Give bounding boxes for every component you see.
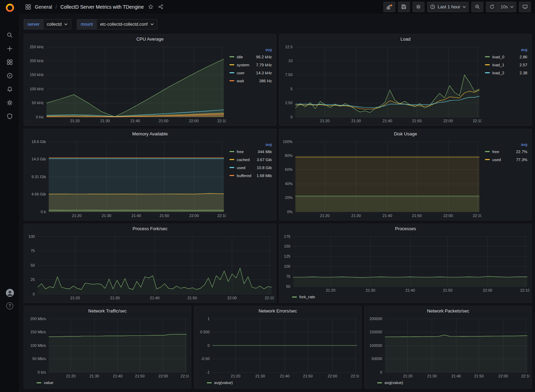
panel-title[interactable]: CPU Average (24, 34, 276, 43)
panel-title[interactable]: Network Traffic/sec (24, 306, 191, 315)
alerting-bell-icon[interactable] (3, 86, 16, 92)
legend-item[interactable]: free344 Mib (229, 148, 272, 156)
legend-item[interactable]: idle96.2 kHz (229, 53, 272, 61)
series-name: idle (237, 55, 254, 59)
top-navbar: General / CollectD Server Metrics with T… (19, 0, 535, 14)
svg-text:80%: 80% (285, 153, 293, 158)
series-color-dash (485, 72, 490, 73)
user-avatar[interactable] (6, 289, 14, 297)
help-glyph: ? (9, 303, 11, 308)
create-plus-icon[interactable] (3, 45, 16, 52)
svg-text:150 Mb/s: 150 Mb/s (30, 330, 46, 334)
panel-cpu-average: CPU Average 0 Hz50 kHz100 kHz150 kHz200 … (24, 34, 276, 126)
series-name: cached (237, 158, 254, 162)
svg-text:-0.50: -0.50 (201, 357, 210, 361)
explore-compass-icon[interactable] (3, 73, 16, 79)
legend-item[interactable]: load_12.57 (485, 61, 527, 69)
legend-item[interactable]: used10.8 Gib (229, 164, 272, 172)
help-icon[interactable]: ? (6, 302, 13, 309)
legend-item[interactable]: load_22.38 (485, 69, 527, 77)
network-traffic-chart[interactable]: 0 b/s50 Mb/s100 Mb/s150 Mb/s200 Mb/s21:2… (27, 315, 189, 379)
grafana-logo[interactable] (0, 0, 19, 15)
svg-text:21:40: 21:40 (405, 288, 415, 292)
series-avg-value: 22.7% (516, 150, 527, 154)
legend-item[interactable]: avg(value) (377, 379, 403, 386)
network-packets-chart[interactable]: 05000010000015000020000021:2021:3021:402… (367, 315, 529, 379)
dashboards-grid-icon[interactable] (3, 59, 16, 65)
variable-server-value[interactable]: collectd (43, 19, 71, 30)
legend-item[interactable]: free22.7% (485, 148, 527, 156)
series-name: load_2 (492, 71, 517, 75)
series-avg-value: 77.3% (516, 158, 527, 162)
refresh-button[interactable] (486, 2, 498, 12)
legend-item[interactable]: system7.79 kHz (229, 61, 272, 69)
series-avg-value: 7.79 kHz (256, 63, 272, 67)
memory-available-chart[interactable]: 0 b4.66 Gib9.31 Gib14.0 Gib18.6 Gib21:20… (27, 138, 226, 219)
svg-text:50 Mb/s: 50 Mb/s (32, 357, 46, 361)
legend-item[interactable]: buffered1.68 Mib (229, 172, 272, 180)
panel-disk-usage: Disk Usage 0%20%40%60%80%100%21:2021:302… (279, 129, 532, 220)
legend-item[interactable]: used77.3% (485, 156, 527, 164)
panel-network-traffic: Network Traffic/sec 0 b/s50 Mb/s100 Mb/s… (24, 306, 191, 389)
time-range-picker[interactable]: Last 1 hour (427, 2, 469, 12)
server-admin-shield-icon[interactable] (3, 113, 16, 119)
network-errors-chart[interactable]: -1-0.5000.500121:2021:3021:4021:5022:002… (197, 315, 359, 379)
zoom-out-button[interactable] (471, 2, 483, 12)
legend-item[interactable]: value (37, 379, 54, 386)
chevron-down-icon (64, 23, 67, 25)
series-name: used (237, 166, 254, 170)
legend-item[interactable]: user14.3 kHz (229, 69, 272, 77)
svg-text:22:00: 22:00 (483, 288, 493, 292)
legend-item[interactable]: load_02.86 (485, 53, 527, 61)
chevron-down-icon (151, 23, 154, 25)
process-fork-chart[interactable]: 025507510021:2021:3021:4021:5022:0022:10 (27, 233, 274, 301)
panel-title[interactable]: Disk Usage (279, 129, 532, 138)
panel-load: Load 02.5057.501012.521:2021:3021:4021:5… (279, 34, 532, 126)
dashboard-settings-button[interactable] (413, 2, 424, 12)
legend-item[interactable]: fork_rate (292, 293, 315, 300)
share-icon[interactable] (157, 3, 164, 10)
series-avg-value: 14.3 kHz (256, 71, 272, 75)
add-panel-button[interactable] (383, 2, 395, 12)
svg-text:100: 100 (29, 234, 35, 239)
svg-text:21:20: 21:20 (70, 119, 80, 123)
processes-chart[interactable]: 507510012515017521:2021:3021:4021:5022:0… (282, 233, 529, 293)
panel-title[interactable]: Network Packets/sec (365, 306, 532, 315)
svg-text:21:50: 21:50 (412, 214, 422, 218)
cpu-average-chart[interactable]: 0 Hz50 kHz100 kHz150 kHz200 kHz250 kHz21… (27, 43, 226, 124)
svg-text:21:40: 21:40 (383, 119, 392, 123)
panel-title[interactable]: Processes (279, 224, 532, 233)
series-avg-value: 386 Hz (259, 79, 272, 83)
configuration-gear-icon[interactable] (3, 100, 16, 106)
save-dashboard-button[interactable] (398, 2, 410, 12)
load-chart[interactable]: 02.5057.501012.521:2021:3021:4021:5022:0… (282, 43, 481, 124)
svg-text:60%: 60% (285, 167, 293, 172)
panel-title[interactable]: Process Fork/sec (24, 224, 276, 233)
clock-icon (430, 4, 435, 9)
svg-text:22:10: 22:10 (351, 374, 359, 378)
panel-title[interactable]: Network Errors/sec (194, 306, 361, 315)
legend-item[interactable]: wait386 Hz (229, 77, 272, 85)
svg-text:200 Mb/s: 200 Mb/s (30, 317, 46, 321)
variable-mount-label: mount (77, 19, 96, 30)
variable-mount-value[interactable]: etc-collectd-collectd.conf (96, 19, 157, 30)
series-color-dash (229, 151, 234, 152)
tv-mode-button[interactable] (519, 2, 531, 12)
panel-title[interactable]: Load (279, 34, 532, 43)
series-name: free (492, 150, 513, 154)
svg-text:22:00: 22:00 (328, 374, 338, 378)
series-avg-value: 2.38 (520, 71, 527, 75)
star-icon[interactable] (147, 3, 154, 10)
svg-text:150 kHz: 150 kHz (30, 73, 43, 77)
search-icon[interactable] (3, 32, 16, 38)
disk-usage-chart[interactable]: 0%20%40%60%80%100%21:2021:3021:4021:5022… (282, 138, 481, 219)
svg-text:22:10: 22:10 (180, 374, 189, 378)
legend-item[interactable]: avg(value) (207, 379, 233, 386)
breadcrumb-folder[interactable]: General (35, 4, 52, 10)
svg-text:50000: 50000 (372, 357, 382, 361)
legend-item[interactable]: cached3.67 Gib (229, 156, 272, 164)
refresh-interval-picker[interactable]: 10s (498, 2, 516, 12)
panel-title[interactable]: Memory Available (24, 129, 276, 138)
svg-text:40%: 40% (285, 182, 293, 186)
svg-text:4.66 Gib: 4.66 Gib (32, 192, 46, 196)
